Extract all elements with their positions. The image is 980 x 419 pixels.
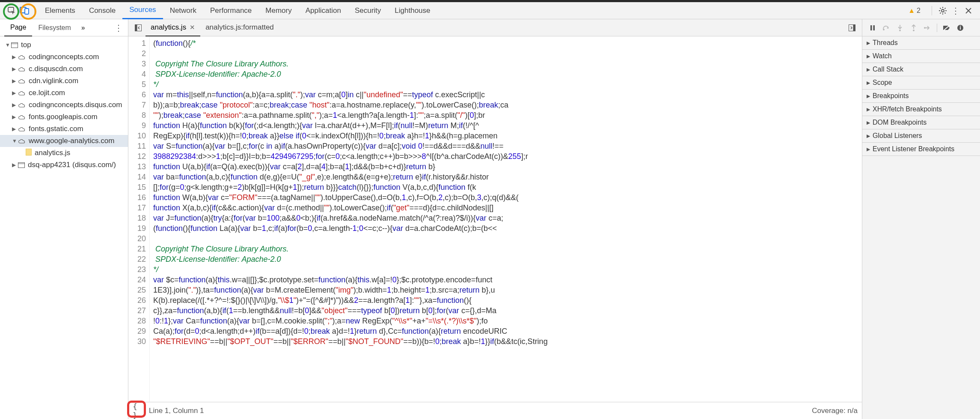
svg-rect-6 (18, 162, 25, 168)
sub-tab-overflow-icon[interactable]: » (81, 24, 85, 32)
chevron-right-icon: ▶ (867, 80, 873, 86)
debugger-section[interactable]: ▶Breakpoints (862, 90, 980, 102)
editor-tabs-row: analytics.js ✕ analytics.js:formatted (128, 19, 862, 36)
tree-domain[interactable]: ▶codingnconcepts.com (0, 51, 128, 63)
code-editor[interactable]: 1234567891011121314151617181920212223242… (128, 36, 862, 402)
tree-top-label: top (21, 41, 31, 49)
chevron-right-icon: ▶ (867, 120, 873, 126)
chevron-right-icon: ▶ (867, 93, 873, 99)
cloud-icon (18, 101, 26, 109)
tab-memory[interactable]: Memory (258, 2, 298, 19)
domain-label: fonts.gstatic.com (29, 125, 83, 133)
tree-domain[interactable]: ▶cdn.viglink.com (0, 75, 128, 87)
tree-file[interactable]: analytics.js (0, 147, 128, 159)
domain-label: www.google-analytics.com (29, 137, 114, 145)
section-label: Call Stack (873, 66, 903, 73)
svg-rect-20 (960, 27, 961, 30)
cursor-position: Line 1, Column 1 (149, 407, 204, 415)
warnings-count: 2 (917, 7, 921, 15)
show-debugger-icon[interactable] (847, 23, 857, 33)
debugger-section[interactable]: ▶Call Stack (862, 63, 980, 76)
debugger-section[interactable]: ▶Threads (862, 36, 980, 49)
step-out-icon[interactable] (908, 22, 919, 33)
svg-point-15 (899, 30, 901, 31)
deactivate-breakpoints-icon[interactable] (941, 22, 952, 33)
pause-on-exceptions-icon[interactable] (955, 22, 966, 33)
debugger-section[interactable]: ▶Watch (862, 50, 980, 63)
step-over-icon[interactable] (881, 22, 892, 33)
cloud-icon (18, 113, 26, 121)
warnings-indicator[interactable]: ▲ 2 (908, 7, 921, 15)
file-tree: ▼ top ▶codingnconcepts.com ▶c.disquscdn.… (0, 36, 128, 419)
chevron-right-icon: ▶ (867, 147, 873, 152)
settings-gear-icon[interactable] (936, 4, 949, 17)
chevron-right-icon: ▶ (867, 40, 873, 46)
tree-domain[interactable]: ▶c.disquscdn.com (0, 63, 128, 75)
svg-rect-9 (135, 24, 137, 31)
tab-application[interactable]: Application (299, 2, 348, 19)
tab-sources[interactable]: Sources (122, 2, 163, 19)
step-into-icon[interactable] (894, 22, 906, 33)
debugger-accordions: ▶Threads▶Watch▶Call Stack▶Scope▶Breakpoi… (862, 36, 980, 156)
close-devtools-icon[interactable] (962, 4, 975, 17)
domain-label: fonts.googleapis.com (29, 113, 98, 121)
file-label: analytics.js (35, 149, 70, 157)
tree-top-frame[interactable]: ▼ top (0, 39, 128, 51)
domain-label: c.disquscdn.com (29, 65, 83, 73)
device-toolbar-icon[interactable] (18, 4, 31, 17)
debugger-panel: ▶Threads▶Watch▶Call Stack▶Scope▶Breakpoi… (862, 19, 980, 419)
content: Page Filesystem » ⋮ ▼ top ▶codingnconcep… (0, 19, 980, 419)
svg-point-3 (941, 9, 944, 12)
inspect-element-icon[interactable] (5, 4, 18, 17)
debugger-section[interactable]: ▶XHR/fetch Breakpoints (862, 103, 980, 116)
sub-tab-filesystem[interactable]: Filesystem (32, 19, 77, 36)
navigator-menu-icon[interactable]: ⋮ (114, 23, 124, 33)
debugger-section[interactable]: ▶Scope (862, 76, 980, 89)
tree-iframe[interactable]: ▶dsq-app4231 (disqus.com/) (0, 159, 128, 171)
code-body[interactable]: (function(){/* Copyright The Closure Lib… (150, 36, 862, 402)
svg-rect-12 (870, 25, 872, 30)
tree-domain-expanded[interactable]: ▼www.google-analytics.com (0, 135, 128, 147)
separator (34, 6, 35, 15)
pretty-print-button[interactable]: { } (133, 404, 146, 417)
tab-elements[interactable]: Elements (38, 2, 82, 19)
cloud-icon (18, 137, 26, 145)
section-label: XHR/fetch Breakpoints (873, 105, 942, 113)
close-tab-icon[interactable]: ✕ (190, 24, 195, 31)
chevron-right-icon: ▶ (12, 102, 18, 108)
pause-icon[interactable] (867, 22, 878, 33)
svg-point-17 (924, 27, 926, 29)
tab-console[interactable]: Console (82, 2, 122, 19)
tab-network[interactable]: Network (163, 2, 203, 19)
sub-tab-page[interactable]: Page (4, 19, 32, 36)
file-tab-active[interactable]: analytics.js ✕ (146, 19, 200, 36)
file-tab-secondary[interactable]: analytics.js:formatted (200, 19, 279, 36)
tab-security[interactable]: Security (348, 2, 388, 19)
separator (937, 24, 937, 32)
line-gutter: 1234567891011121314151617181920212223242… (128, 36, 150, 402)
chevron-right-icon: ▶ (867, 107, 873, 112)
cloud-icon (18, 77, 26, 85)
warning-triangle-icon: ▲ (908, 7, 915, 15)
step-icon[interactable] (922, 22, 933, 33)
svg-rect-21 (960, 26, 961, 27)
svg-rect-0 (8, 7, 14, 12)
tree-domain[interactable]: ▶ce.lojit.com (0, 87, 128, 99)
show-navigator-icon[interactable] (134, 23, 143, 33)
tree-domain[interactable]: ▶fonts.googleapis.com (0, 111, 128, 123)
tree-domain[interactable]: ▶codingnconcepts.disqus.com (0, 99, 128, 111)
file-tab-label: analytics.js (151, 23, 186, 32)
cloud-icon (18, 65, 26, 73)
section-label: Scope (873, 79, 892, 87)
tab-lighthouse[interactable]: Lighthouse (388, 2, 437, 19)
tab-performance[interactable]: Performance (203, 2, 258, 19)
tree-domain[interactable]: ▶fonts.gstatic.com (0, 123, 128, 135)
editor-status-bar: { } Line 1, Column 1 Coverage: n/a (128, 402, 862, 419)
debugger-section[interactable]: ▶DOM Breakpoints (862, 116, 980, 129)
section-label: Threads (873, 39, 898, 47)
more-menu-icon[interactable]: ⋮ (949, 4, 962, 17)
debugger-section[interactable]: ▶Global Listeners (862, 129, 980, 142)
chevron-right-icon: ▶ (12, 90, 18, 96)
svg-rect-11 (853, 24, 855, 31)
debugger-section[interactable]: ▶Event Listener Breakpoints (862, 143, 980, 156)
